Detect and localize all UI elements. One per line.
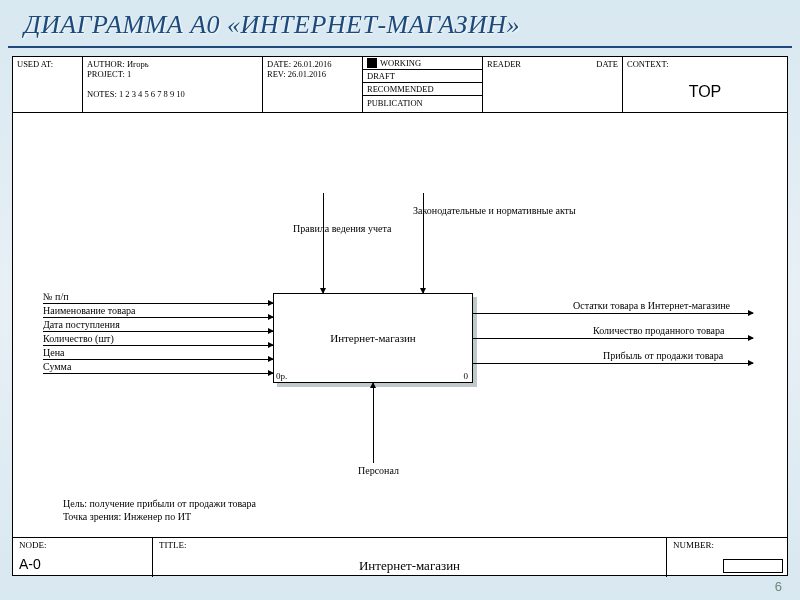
title-cell: TITLE: Интернет-магазин	[153, 538, 667, 577]
rev-value: 26.01.2016	[288, 69, 326, 79]
reader-label: READER	[487, 59, 521, 69]
input-label-6: Сумма	[43, 361, 71, 374]
status-cell: WORKING DRAFT RECOMMENDED PUBLICATION	[363, 57, 483, 112]
activity-cost: 0р.	[276, 371, 287, 381]
control-label-2: Законодательные и нормативные акты	[413, 205, 576, 216]
status-recommended: RECOMMENDED	[367, 84, 434, 94]
date-value: 26.01.2016	[293, 59, 331, 69]
output-label-1: Остатки товара в Интернет-магазине	[573, 300, 730, 311]
reader-date-label: DATE	[596, 59, 618, 69]
author-label: AUTHOR:	[87, 59, 125, 69]
input-arrow-5	[43, 359, 273, 360]
page-number: 6	[775, 579, 782, 594]
status-mark-icon	[367, 58, 377, 68]
input-label-1: № п/п	[43, 291, 69, 304]
context-value: TOP	[627, 83, 783, 101]
input-arrow-1	[43, 303, 273, 304]
header-strip: USED AT: AUTHOR: Игорь PROJECT: 1 NOTES:…	[13, 57, 787, 113]
node-value: A-0	[19, 556, 146, 572]
context-cell: CONTEXT: TOP	[623, 57, 787, 112]
output-arrow-3	[473, 363, 753, 364]
input-label-3: Дата поступления	[43, 319, 120, 332]
diagram-canvas: Интернет-магазин 0р. 0 Правила ведения у…	[13, 113, 787, 537]
project-value: 1	[127, 69, 131, 79]
context-label: CONTEXT:	[627, 59, 783, 69]
title-label: TITLE:	[159, 540, 660, 550]
output-label-3: Прибыль от продажи товара	[603, 350, 723, 361]
number-cell: NUMBER:	[667, 538, 787, 577]
activity-number: 0	[464, 371, 469, 381]
activity-name: Интернет-магазин	[330, 332, 416, 344]
status-working: WORKING	[380, 58, 421, 68]
node-label: NODE:	[19, 540, 146, 550]
control-arrow-1	[323, 193, 324, 293]
node-cell: NODE: A-0	[13, 538, 153, 577]
status-draft: DRAFT	[367, 71, 395, 81]
input-label-2: Наименование товара	[43, 305, 136, 318]
notes-label: NOTES:	[87, 89, 117, 99]
rev-label: REV:	[267, 69, 286, 79]
date-label: DATE:	[267, 59, 291, 69]
output-label-2: Количество проданного товара	[593, 325, 724, 336]
used-at-cell: USED AT:	[13, 57, 83, 112]
viewpoint-line: Точка зрения: Инженер по ИТ	[63, 510, 256, 523]
input-label-4: Количество (шт)	[43, 333, 114, 346]
output-arrow-2	[473, 338, 753, 339]
reader-cell: READER DATE	[483, 57, 623, 112]
activity-box: Интернет-магазин 0р. 0	[273, 293, 473, 383]
purpose-block: Цель: получение прибыли от продажи товар…	[63, 497, 256, 523]
number-box	[723, 559, 783, 573]
slide-title: ДИАГРАММА А0 «ИНТЕРНЕТ-МАГАЗИН»	[8, 0, 792, 48]
author-cell: AUTHOR: Игорь PROJECT: 1 NOTES: 1 2 3 4 …	[83, 57, 263, 112]
status-publication: PUBLICATION	[367, 98, 423, 108]
author-value: Игорь	[127, 59, 149, 69]
input-arrow-6	[43, 373, 273, 374]
number-label: NUMBER:	[673, 540, 781, 550]
control-label-1: Правила ведения учета	[293, 223, 391, 234]
purpose-line: Цель: получение прибыли от продажи товар…	[63, 497, 256, 510]
mechanism-arrow	[373, 383, 374, 463]
output-arrow-1	[473, 313, 753, 314]
project-label: PROJECT:	[87, 69, 125, 79]
footer-strip: NODE: A-0 TITLE: Интернет-магазин NUMBER…	[13, 537, 787, 577]
title-value: Интернет-магазин	[159, 558, 660, 574]
idef0-frame: USED AT: AUTHOR: Игорь PROJECT: 1 NOTES:…	[12, 56, 788, 576]
input-label-5: Цена	[43, 347, 64, 360]
mechanism-label: Персонал	[358, 465, 399, 476]
notes-value: 1 2 3 4 5 6 7 8 9 10	[119, 89, 185, 99]
date-cell: DATE: 26.01.2016 REV: 26.01.2016	[263, 57, 363, 112]
